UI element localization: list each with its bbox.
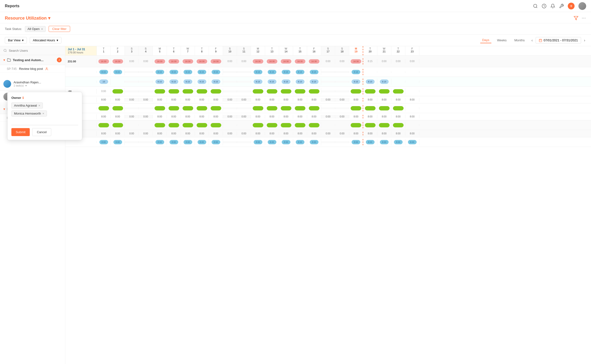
sub-d6: 8:15: [167, 79, 181, 85]
gantt-row-u2-hours-text: 176:00 8:00 8:00 0:00 0:00 8:00 8:00 8:0…: [65, 113, 591, 120]
clock-icon[interactable]: [542, 4, 547, 8]
filter-label: Task Status:: [5, 27, 22, 31]
search-input[interactable]: [9, 49, 62, 52]
g1-d2: 16:30: [111, 58, 125, 65]
tools-icon[interactable]: [559, 4, 564, 8]
u1-h-d11: 0:00: [237, 98, 251, 102]
u2-g-d14: [279, 105, 293, 111]
group-row-testing[interactable]: ▾ Testing and Autom... 2: [0, 55, 65, 65]
owner-search-input[interactable]: [11, 119, 78, 125]
user-info-aravindhan: Aravindhan Rajen... 1 task(s) ▾: [14, 80, 62, 87]
day-S18: S18: [335, 46, 349, 55]
expand-donnelly-icon[interactable]: ▾: [3, 107, 5, 111]
sub-d7: 8:15: [181, 79, 195, 85]
prev-date-button[interactable]: ‹: [531, 37, 534, 44]
t45-d1: 8:15: [97, 69, 111, 75]
u1-h-d14: 8:00: [279, 98, 293, 102]
add-button[interactable]: +: [568, 3, 575, 9]
day-W14: W14: [279, 46, 293, 55]
owner-actions: Submit Cancel: [11, 128, 78, 136]
day-F23: F23: [405, 46, 419, 55]
weeks-view-button[interactable]: Weeks: [495, 37, 509, 43]
t45-d14: 8:15: [279, 69, 293, 75]
allocated-hours-dropdown[interactable]: Allocated Hours ▾: [30, 37, 61, 44]
owner-submit-button[interactable]: Submit: [11, 128, 30, 136]
user-row-aravindhan[interactable]: Aravindhan Rajen... 1 task(s) ▾: [0, 78, 65, 90]
g2-d11: [237, 124, 251, 126]
g2-d2: [111, 122, 125, 128]
u2-g-d11: [237, 107, 251, 109]
days-view-button[interactable]: Days: [480, 37, 491, 43]
task-id-sp-t45: SP-T45: [7, 67, 17, 71]
expand-testing-icon[interactable]: ▾: [3, 58, 5, 62]
bar-view-label: Bar View: [8, 38, 21, 42]
more-options-icon[interactable]: [581, 16, 586, 21]
next-date-button[interactable]: ›: [583, 37, 586, 44]
sub-d12: 8:15: [251, 79, 265, 85]
g1-d8: 16:30: [195, 58, 209, 65]
gantt-row-dct216: 8:00 8:00 8:00 8:00 8:00 8:00 8:00 8:00 …: [65, 137, 591, 147]
u2-g-d15: [293, 105, 307, 111]
dct-d9: 8:00: [209, 139, 223, 145]
t45-d10: [223, 71, 237, 73]
search-icon[interactable]: [533, 4, 538, 8]
period-header: Jul 1 - Jul 31 176:00 hours: [65, 46, 97, 55]
g1-d4: 0:00: [139, 59, 153, 64]
g2-d8: [195, 122, 209, 128]
u1-g-d1: 0:00: [97, 89, 111, 94]
dct-d1: 8:00: [97, 139, 111, 145]
day-T6: T6: [167, 46, 181, 55]
filter-icon[interactable]: [574, 16, 578, 21]
g1-d17: 0:00: [321, 59, 335, 64]
u1-g-d12: [251, 88, 265, 95]
sub-d23: [405, 81, 419, 83]
sub-d18: [335, 81, 349, 83]
dct-d19: 8:00: [349, 139, 363, 145]
dct-d14: 8:00: [279, 139, 293, 145]
u1-g-d10: [223, 90, 237, 92]
remove-monica-button[interactable]: ×: [42, 112, 44, 115]
filter-tag-close[interactable]: ×: [41, 27, 43, 31]
date-range-button[interactable]: 07/01/2021 - 07/31/2021: [536, 37, 581, 44]
task-row-sp-t45[interactable]: SP-T45 Review blog post: [0, 65, 65, 73]
info-icon: ℹ: [22, 96, 24, 100]
u1-h-d10: 0:00: [223, 98, 237, 102]
u1-h-d1: 8:00: [97, 98, 111, 102]
months-view-button[interactable]: Months: [512, 37, 527, 43]
owner-cancel-button[interactable]: Cancel: [32, 128, 51, 136]
day-F2: F2: [111, 46, 125, 55]
page-title-button[interactable]: Resource Utilization ▾: [5, 15, 50, 21]
folder-icon-testing: [7, 58, 11, 62]
clear-filter-button[interactable]: Clear filter: [49, 26, 70, 32]
t45-d22: [391, 71, 405, 73]
dct-d17: [321, 141, 335, 143]
u1-h-d12: 8:00: [251, 98, 265, 102]
bar-view-dropdown[interactable]: Bar View ▾: [5, 37, 27, 44]
day-T20: T20: [363, 46, 377, 55]
day-letter-headers: T1 F2 S3 S4 M5 T6 W7 T8 F9 S10 S11 M12 T…: [97, 46, 419, 55]
gantt-row-task-sp-t45: 8:15 8:15 8:15 8:15 8:15 8:15 8:15 8:15 …: [65, 67, 591, 77]
navbar-icons: +: [533, 2, 586, 10]
u2-g-d3: [125, 107, 139, 109]
g1-d14: 16:30: [279, 58, 293, 65]
t45-d11: [237, 71, 251, 73]
bell-icon[interactable]: [550, 4, 555, 8]
u1-h-d18: 0:00: [335, 98, 349, 102]
u1-h-d2: 8:00: [111, 98, 125, 102]
dct-d11: [237, 141, 251, 143]
g2-d16: [307, 122, 321, 128]
t45-d23: [405, 71, 419, 73]
day-M12: M12: [251, 46, 265, 55]
user-avatar[interactable]: [578, 2, 586, 10]
g1-d3: 0:00: [125, 59, 139, 64]
svg-point-0: [534, 4, 537, 7]
day-M5: M5: [153, 46, 167, 55]
t45-d20: [363, 71, 377, 73]
dct-d22: 8:00: [391, 139, 405, 145]
sub-d3: [125, 81, 139, 83]
u1-h-d7: 8:00: [181, 98, 195, 102]
g2-d21: [377, 122, 391, 128]
remove-amritha-button[interactable]: ×: [38, 104, 40, 107]
sub-d13: 8:15: [265, 79, 279, 85]
g2-d18: [335, 124, 349, 126]
